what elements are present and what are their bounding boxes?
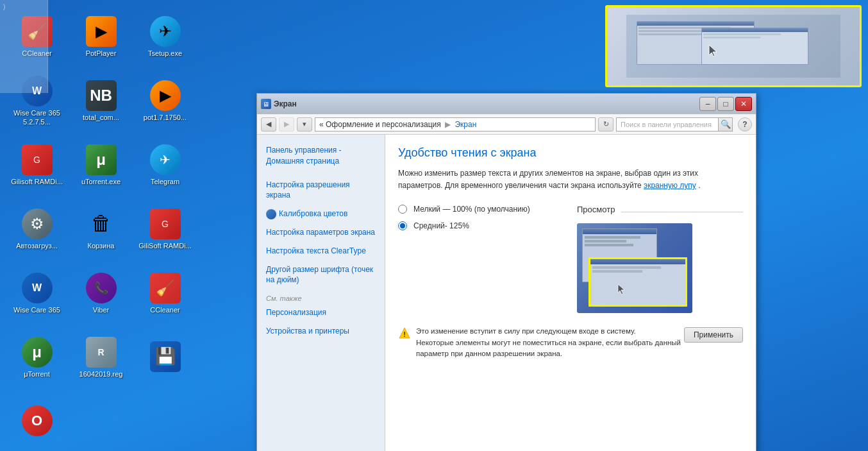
radio-options-area: Мелкий — 100% (по умолчанию) Средний- 12… (398, 205, 743, 313)
warning-body: Некоторые элементы могут не поместиться … (416, 337, 684, 360)
reg-label: 16042019.reg (79, 370, 123, 379)
address-bar: ◀ ▶ ▾ « Оформление и персонализация ▶ Эк… (257, 114, 756, 135)
desktop-icon-nb[interactable]: NB total_com... (71, 71, 131, 132)
desktop-icon-tsetup[interactable]: ✈ Tsetup.exe (135, 6, 196, 67)
desktop-icon-telegram[interactable]: ✈ Telegram (135, 135, 196, 196)
svg-text:!: ! (403, 330, 406, 338)
radio-small-label[interactable]: Мелкий — 100% (по умолчанию) (413, 205, 530, 214)
sidebar-item-fontsize[interactable]: Другой размер шрифта (точек на дюйм) (257, 260, 385, 290)
preview-top-area (592, 0, 868, 93)
desktop-icon-wisecare2[interactable]: W Wise Care 365 (6, 263, 67, 324)
title-bar-title: Экран (274, 99, 297, 108)
giliramd-icon: G (22, 144, 53, 175)
opera-icon: O (22, 405, 53, 436)
giliramd2-icon: G (150, 208, 181, 239)
warning-text-area: Это изменение вступит в силу при следующ… (416, 326, 684, 359)
pot2-label: pot1.7.1750... (144, 114, 187, 122)
svg-marker-0 (709, 45, 717, 56)
pot2-icon: ▶ (150, 80, 181, 111)
breadcrumb-prefix: « Оформление и персонализация (319, 120, 441, 129)
back-button[interactable]: ◀ (261, 117, 276, 132)
content-desc-end: . (698, 181, 700, 190)
radio-medium[interactable] (398, 221, 407, 230)
sidebar-item-personalization[interactable]: Персонализация (257, 303, 385, 322)
maximize-button[interactable]: □ (717, 97, 734, 111)
partial-text: ) (0, 0, 47, 13)
search-button[interactable]: 🔍 (719, 117, 733, 132)
preview-win2-title (590, 259, 685, 264)
korzina-icon: 🗑 (86, 208, 117, 239)
content-description: Можно изменить размер текста и других эл… (398, 167, 743, 192)
utorrent2-icon: μ (22, 337, 53, 368)
sidebar-item-params[interactable]: Настройка параметров экрана (257, 223, 385, 242)
ccleaner2-icon: 🧹 (150, 273, 181, 303)
preview-thumbnail-top-inner (626, 15, 841, 78)
refresh-button[interactable]: ↻ (598, 117, 613, 132)
desktop-icon-ccleaner2[interactable]: 🧹 CCleaner (135, 263, 196, 324)
desktop-icon-autoz[interactable]: ⚙ Автозагруз... (6, 199, 67, 260)
apply-button[interactable]: Применить (684, 327, 743, 343)
breadcrumb-sep: ▶ (445, 120, 453, 129)
content-title: Удобство чтения с экрана (398, 146, 743, 160)
dropdown-button[interactable]: ▾ (297, 117, 312, 132)
calibration-icon (266, 209, 276, 219)
warning-apply-area: Применить ! Это изменение вступит в силу… (398, 326, 743, 370)
preview-mini-win-2-highlighted (588, 257, 687, 307)
preview-thumbnail-main (577, 223, 692, 313)
desktop-icon-potplayer[interactable]: ▶ PotPlayer (71, 6, 131, 67)
search-placeholder-text: Поиск в панели управления (621, 121, 712, 128)
cursor-in-preview-main (617, 283, 627, 298)
search-container: Поиск в панели управления 🔍 (616, 117, 733, 132)
desktop-icon-korzina[interactable]: 🗑 Корзина (71, 199, 131, 260)
help-button[interactable]: ? (738, 117, 752, 132)
autoz-label: Автозагруз... (16, 242, 58, 250)
preview-label: Просмотр (577, 205, 615, 214)
search-field[interactable]: Поиск в панели управления (616, 117, 719, 132)
tsetup-icon: ✈ (150, 16, 181, 47)
sidebar-item-calibration[interactable]: Калибровка цветов (257, 205, 385, 223)
desktop-icon-pot2[interactable]: ▶ pot1.7.1750... (135, 71, 196, 132)
content-area: Удобство чтения с экрана Можно изменить … (385, 135, 756, 451)
warning-icon: ! (398, 327, 411, 339)
desktop-icon-utorrent2[interactable]: μ μTorrent (6, 327, 67, 388)
preview-win2-content (590, 264, 685, 275)
radio-small[interactable] (398, 205, 407, 214)
preview-win-2-inner (590, 259, 685, 305)
options-and-preview: Мелкий — 100% (по умолчанию) Средний- 12… (398, 205, 743, 313)
desktop-icon-viber[interactable]: 📞 Viber (71, 263, 131, 324)
preview-thumbnail-top (605, 5, 862, 87)
telegram-label: Telegram (151, 178, 179, 186)
potplayer-label: PotPlayer (86, 49, 117, 58)
desktop-icon-utorrent[interactable]: μ uTorrent.exe (71, 135, 131, 196)
giliramd-label: Gilisoft RAMDi... (11, 178, 63, 186)
radio-medium-label[interactable]: Средний- 125% (413, 221, 469, 230)
title-bar: 🖥 Экран – □ ✕ (257, 94, 756, 114)
close-button[interactable]: ✕ (735, 97, 752, 111)
desktop-icon-reg[interactable]: R 16042019.reg (71, 327, 131, 388)
breadcrumb-current: Экран (455, 120, 476, 129)
desktop-icon-opera[interactable]: O (6, 391, 67, 451)
desktop-icon-floppy[interactable]: 💾 (135, 327, 196, 388)
sidebar-home-link[interactable]: Панель управления - Домашняя страница (257, 141, 385, 171)
autoz-icon: ⚙ (22, 208, 53, 239)
ccleaner2-label: CCleaner (150, 306, 179, 314)
sidebar-item-resolution[interactable]: Настройка разрешения экрана (257, 176, 385, 205)
sidebar-item-devices[interactable]: Устройства и принтеры (257, 322, 385, 341)
magnifier-link[interactable]: экранную лупу (644, 181, 696, 190)
viber-label: Viber (93, 306, 109, 314)
radio-row-medium: Средний- 125% (398, 221, 564, 230)
sidebar-item-cleartype[interactable]: Настройка текста ClearType (257, 242, 385, 260)
desktop-icon-giliramd[interactable]: G Gilisoft RAMDi... (6, 135, 67, 196)
forward-button[interactable]: ▶ (279, 117, 294, 132)
utorrent-label: uTorrent.exe (81, 178, 121, 186)
sidebar-spacer (257, 171, 385, 176)
tsetup-label: Tsetup.exe (148, 49, 182, 58)
preview-win-title-1 (583, 229, 656, 234)
minimize-button[interactable]: – (699, 97, 716, 111)
wisecare2-icon: W (22, 273, 53, 303)
warning-box: ! Это изменение вступит в силу при следу… (398, 326, 684, 359)
address-field[interactable]: « Оформление и персонализация ▶ Экран (315, 117, 596, 132)
giliramd2-label: GiliSoft RAMDi... (138, 242, 192, 250)
desktop-icon-giliramd2[interactable]: G GiliSoft RAMDi... (135, 199, 196, 260)
svg-marker-1 (618, 284, 624, 294)
